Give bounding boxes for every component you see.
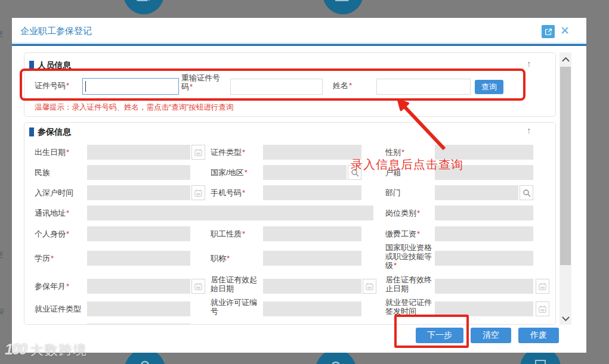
department-label: 部门 bbox=[385, 188, 435, 197]
search-icon[interactable] bbox=[520, 185, 533, 200]
residence-permit-end-date-input[interactable] bbox=[435, 279, 533, 294]
background-text-fragment: 更 bbox=[0, 250, 4, 260]
birth-date-label: 出生日期* bbox=[35, 148, 69, 157]
section-bullet bbox=[29, 61, 34, 70]
close-icon[interactable]: ✕ bbox=[558, 24, 571, 37]
annotation-note-text: 录入信息后点击查询 bbox=[351, 157, 463, 173]
mailing-address-input[interactable] bbox=[87, 206, 373, 220]
insurance-registration-dialog: 企业职工参保登记 ✕ 人员信息 ↑ 证件号码* 重输证件号码* 姓名* 查询 温… bbox=[12, 18, 586, 353]
name-input[interactable] bbox=[376, 79, 471, 95]
birth-date-input[interactable] bbox=[87, 145, 190, 160]
id-number-confirm-input[interactable] bbox=[230, 79, 323, 95]
vocational-qualification-input[interactable] bbox=[435, 251, 533, 266]
mailing-address-label: 通讯地址* bbox=[35, 209, 69, 217]
post-category-input[interactable] bbox=[435, 206, 533, 220]
decor-document-circle bbox=[123, 0, 164, 14]
professional-title-input[interactable] bbox=[263, 251, 361, 266]
employment-cert-type-input[interactable] bbox=[87, 301, 190, 316]
employment-cert-issue-date-input[interactable] bbox=[435, 301, 533, 316]
residence-permit-end-date-label: 居住证有效终止日期 bbox=[385, 275, 435, 293]
clear-button[interactable]: 清空 bbox=[471, 328, 511, 343]
personal-identity-label: 个人身份* bbox=[35, 229, 69, 238]
id-number-confirm-label: 重输证件号码* bbox=[181, 73, 224, 91]
professional-title-label: 职称* bbox=[211, 254, 262, 263]
residence-permit-start-date-label: 居住证有效起始日期 bbox=[211, 275, 262, 293]
employment-permit-number-label: 就业许可证编号 bbox=[211, 298, 262, 316]
ethnicity-label: 民族 bbox=[35, 168, 51, 177]
dialog-footer: 下一步 清空 作废 bbox=[12, 325, 586, 353]
calendar-icon[interactable] bbox=[191, 145, 205, 160]
collapse-arrow-icon[interactable]: ↑ bbox=[527, 125, 531, 135]
background-text-fragment: 深 bbox=[0, 307, 4, 317]
shenzhen-entry-date-label: 入深户时间 bbox=[35, 188, 74, 197]
employee-nature-label: 职工性质* bbox=[211, 229, 262, 238]
ethnicity-input[interactable] bbox=[87, 165, 190, 180]
query-button[interactable]: 查询 bbox=[475, 80, 503, 94]
void-button[interactable]: 作废 bbox=[518, 328, 559, 343]
calendar-icon[interactable] bbox=[536, 279, 549, 294]
education-input[interactable] bbox=[87, 251, 190, 266]
country-region-label: 国家/地区* bbox=[211, 168, 262, 177]
warm-tip-text: 温馨提示：录入证件号码、姓名，需点击“查询”按钮进行查询 bbox=[35, 102, 233, 113]
residence-permit-start-date-input[interactable] bbox=[263, 279, 361, 294]
calendar-icon[interactable] bbox=[363, 279, 376, 294]
insured-info-panel: 参保信息 ↑ 出生日期* 证件类型* 性别* 民族 国家/地区* 户籍 入深户时… bbox=[24, 122, 556, 325]
employee-nature-input[interactable] bbox=[263, 226, 361, 241]
scroll-up-icon[interactable] bbox=[559, 54, 571, 66]
dialog-scrollbar[interactable] bbox=[559, 52, 571, 325]
cert-type-input[interactable] bbox=[263, 145, 361, 160]
id-number-label: 证件号码* bbox=[35, 81, 69, 90]
collapse-arrow-icon[interactable]: ↑ bbox=[527, 58, 531, 69]
department-input[interactable] bbox=[435, 185, 518, 200]
header-divider bbox=[12, 44, 586, 46]
gender-label: 性别* bbox=[385, 148, 435, 157]
open-in-new-window-icon[interactable] bbox=[542, 25, 555, 38]
employment-permit-number-input[interactable] bbox=[263, 301, 361, 316]
screen: { "dialog": { "title": "企业职工参保登记", "clos… bbox=[0, 0, 609, 364]
scroll-down-icon[interactable] bbox=[559, 313, 571, 325]
background-text-fragment: 更 bbox=[0, 29, 4, 39]
post-category-label: 岗位类别* bbox=[385, 209, 435, 217]
employment-cert-issue-date-label: 就业登记证件签发时间 bbox=[385, 298, 435, 316]
scrollbar-thumb[interactable] bbox=[560, 67, 571, 265]
mobile-number-input[interactable] bbox=[263, 185, 361, 200]
calendar-icon[interactable] bbox=[191, 185, 205, 200]
contribution-wage-input[interactable] bbox=[435, 226, 533, 241]
name-label: 姓名* bbox=[333, 81, 352, 90]
insured-section-title: 参保信息 bbox=[38, 127, 71, 138]
contribution-wage-label: 缴费工资* bbox=[385, 229, 435, 238]
vocational-qualification-label: 国家职业资格或职业技能等级* bbox=[385, 243, 435, 270]
insurance-start-month-label: 参保年月* bbox=[35, 282, 69, 291]
insurance-start-month-input[interactable] bbox=[87, 279, 190, 294]
cert-type-label: 证件类型* bbox=[211, 148, 262, 157]
header-divider bbox=[12, 43, 586, 43]
decor-document-circle bbox=[323, 0, 363, 14]
calendar-icon[interactable] bbox=[191, 279, 205, 294]
person-info-panel: 人员信息 ↑ 证件号码* 重输证件号码* 姓名* 查询 温馨提示：录入证件号码、… bbox=[24, 52, 556, 117]
dialog-title: 企业职工参保登记 bbox=[20, 26, 92, 37]
shenzhen-entry-date-input[interactable] bbox=[87, 185, 190, 200]
personal-identity-input[interactable] bbox=[87, 226, 190, 241]
calendar-icon[interactable] bbox=[536, 301, 549, 316]
country-region-input[interactable] bbox=[263, 165, 347, 180]
id-number-input[interactable] bbox=[82, 78, 179, 95]
person-section-title: 人员信息 bbox=[38, 60, 71, 71]
education-label: 学历* bbox=[35, 254, 54, 263]
next-step-button[interactable]: 下一步 bbox=[416, 328, 463, 343]
mobile-number-label: 手机号码* bbox=[211, 188, 262, 197]
text-caret bbox=[85, 81, 86, 92]
section-bullet bbox=[29, 127, 34, 136]
employment-cert-type-label: 就业证件类型 bbox=[35, 304, 82, 313]
